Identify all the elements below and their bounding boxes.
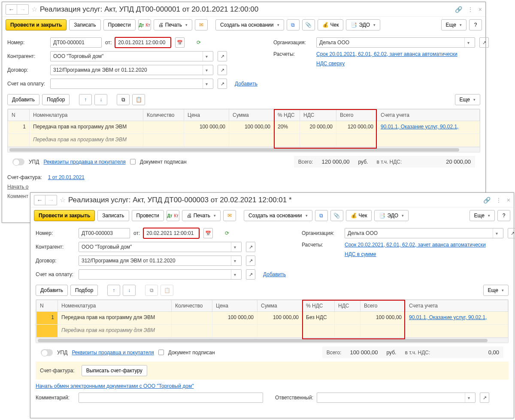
org-input[interactable]: Дельта ООО▾	[345, 228, 503, 238]
refresh-icon[interactable]: ⟳	[225, 230, 229, 236]
add-invoice-link[interactable]: Добавить	[263, 271, 286, 277]
upd-toggle[interactable]	[12, 158, 24, 165]
col-qty[interactable]: Количество	[172, 300, 212, 312]
comment-input[interactable]	[79, 393, 263, 403]
open-icon[interactable]: ↗	[218, 51, 227, 61]
favorite-star-icon[interactable]: ☆	[60, 196, 66, 204]
sf-link[interactable]: 1 от 20.01.2021	[48, 174, 85, 180]
signed-checkbox[interactable]	[158, 350, 164, 355]
table-row[interactable]: 1 Передача прав на программу для ЭВМ 100…	[8, 121, 480, 134]
dropdown-icon[interactable]: ▾	[231, 270, 239, 279]
favorite-star-icon[interactable]: ☆	[31, 5, 37, 13]
open-icon[interactable]: ↗	[246, 242, 255, 252]
col-price[interactable]: Цена	[184, 110, 229, 121]
col-vat[interactable]: НДС	[335, 300, 360, 312]
cheque-button[interactable]: 💰 Чек	[346, 210, 372, 221]
mail-button[interactable]: ✉	[195, 19, 208, 30]
table-more-button[interactable]: Еще	[483, 285, 509, 296]
contract-input[interactable]: 312/Программа для ЭВМ от 01.12.2020▾	[79, 256, 242, 266]
move-down-icon[interactable]: ↓	[94, 94, 107, 105]
nds-mode-link[interactable]: НДС сверху	[316, 61, 345, 67]
more-button[interactable]: Еще	[470, 210, 495, 221]
horizontal-scrollbar[interactable]	[36, 338, 508, 343]
open-icon[interactable]: ↗	[508, 228, 515, 238]
pick-button[interactable]: Подбор	[70, 285, 98, 296]
close-icon[interactable]: ×	[479, 6, 482, 13]
upd-toggle[interactable]	[41, 349, 53, 356]
dropdown-icon[interactable]: ▾	[203, 52, 210, 61]
col-acc[interactable]: Счета учета	[406, 300, 508, 312]
paste-icon[interactable]: 📋	[161, 285, 173, 296]
create-based-button[interactable]: Создать на основании	[244, 210, 312, 221]
number-input[interactable]: ДТ00-000003	[79, 228, 130, 238]
table-row[interactable]: Передача прав на программу для ЭВМ	[36, 325, 508, 338]
col-vat[interactable]: НДС	[300, 110, 336, 121]
write-button[interactable]: Записать	[69, 19, 100, 30]
link-icon[interactable]: 🔗	[483, 197, 491, 204]
invoice-input[interactable]: ▾	[50, 79, 213, 89]
pick-button[interactable]: Подбор	[42, 94, 70, 105]
post-close-button[interactable]: Провести и закрыть	[34, 210, 95, 221]
link-icon[interactable]: 🔗	[455, 6, 462, 13]
dropdown-icon[interactable]: ▾	[231, 242, 239, 252]
post-button[interactable]: Провести	[132, 210, 164, 221]
col-sum[interactable]: Сумма	[229, 110, 274, 121]
edo-start-link[interactable]: Начать о	[7, 184, 29, 190]
add-row-button[interactable]: Добавить	[7, 94, 39, 105]
write-button[interactable]: Записать	[97, 210, 129, 221]
open-icon[interactable]: ↗	[218, 79, 227, 89]
col-n[interactable]: N	[8, 110, 30, 121]
col-total[interactable]: Всего	[336, 110, 377, 121]
org-input[interactable]: Дельта ООО▾	[316, 37, 475, 48]
close-icon[interactable]: ×	[507, 197, 510, 204]
move-up-icon[interactable]: ↑	[107, 285, 120, 296]
attach-icon[interactable]: 📎	[330, 210, 343, 221]
contract-input[interactable]: 312/Программа для ЭВМ от 01.12.2020▾	[50, 65, 213, 75]
responsible-input[interactable]: ▾	[317, 393, 476, 403]
dropdown-icon[interactable]: ▾	[231, 256, 239, 265]
requisites-link[interactable]: Реквизиты продавца и покупателя	[72, 350, 154, 356]
move-up-icon[interactable]: ↑	[79, 94, 92, 105]
contractor-input[interactable]: ООО "Торговый дом"▾	[79, 242, 242, 252]
move-down-icon[interactable]: ↓	[123, 285, 136, 296]
copy-icon[interactable]: ⧉	[117, 94, 130, 105]
kebab-icon[interactable]: ⋮	[467, 6, 473, 13]
more-button[interactable]: Еще	[441, 19, 467, 30]
add-row-button[interactable]: Добавить	[36, 285, 68, 296]
nav-back-icon[interactable]: ←	[6, 5, 17, 14]
nds-mode-link[interactable]: НДС в сумме	[345, 251, 376, 257]
help-icon[interactable]: ?	[469, 19, 482, 30]
dtkt-icon[interactable]: ДтКт	[138, 19, 151, 30]
date-input[interactable]: 20.01.2021 12:00:00	[115, 37, 171, 48]
requisites-link[interactable]: Реквизиты продавца и покупателя	[43, 159, 125, 165]
col-acc[interactable]: Счета учета	[377, 110, 480, 121]
col-total[interactable]: Всего	[360, 300, 406, 312]
copy-icon[interactable]: ⧉	[145, 285, 158, 296]
cheque-button[interactable]: 💰 Чек	[318, 19, 344, 30]
table-row[interactable]: Передача прав на программу для ЭВМ	[8, 134, 480, 147]
add-invoice-link[interactable]: Добавить	[235, 81, 258, 87]
nav-fwd-icon[interactable]: →	[17, 5, 28, 14]
col-vatp[interactable]: % НДС	[303, 300, 335, 312]
invoice-input[interactable]: ▾	[79, 269, 242, 280]
help-icon[interactable]: ?	[497, 210, 510, 221]
table-more-button[interactable]: Еще	[455, 94, 480, 105]
dropdown-icon[interactable]: ▾	[203, 79, 210, 88]
open-icon[interactable]: ↗	[479, 37, 489, 48]
col-price[interactable]: Цена	[212, 300, 258, 312]
attach-icon[interactable]: 📎	[302, 19, 315, 30]
col-n[interactable]: N	[36, 300, 58, 312]
post-button[interactable]: Провести	[103, 19, 136, 30]
paste-icon[interactable]: 📋	[132, 94, 145, 105]
mail-button[interactable]: ✉	[223, 210, 236, 221]
signed-checkbox[interactable]	[130, 159, 136, 164]
open-icon[interactable]: ↗	[246, 269, 255, 280]
calendar-icon[interactable]: 📅	[203, 228, 213, 238]
create-based-button[interactable]: Создать на основании	[215, 19, 284, 30]
dropdown-icon[interactable]: ▾	[203, 65, 210, 75]
print-button[interactable]: 🖨Печать	[182, 210, 221, 221]
kebab-icon[interactable]: ⋮	[496, 197, 502, 204]
post-close-button[interactable]: Провести и закрыть	[6, 19, 67, 30]
dropdown-icon[interactable]: ▾	[493, 228, 500, 238]
dropdown-icon[interactable]: ▾	[464, 38, 472, 47]
